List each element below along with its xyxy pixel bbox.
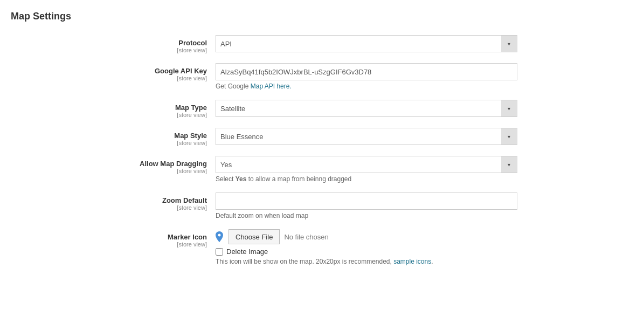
protocol-label: Protocol [11,39,207,47]
allow-dragging-hint-bold: Yes [236,175,247,183]
google-api-key-row: Google API Key [store view] Get Google M… [11,63,633,90]
map-style-row: Map Style [store view] Blue Essence Defa… [11,128,633,146]
marker-icon-store-view: [store view] [11,241,207,248]
marker-pin-icon [216,231,224,242]
google-api-key-hint: Get Google Map API here. [216,83,517,90]
protocol-store-view: [store view] [11,47,207,53]
delete-image-label: Delete Image [226,248,268,256]
zoom-default-label: Zoom Default [11,196,207,204]
map-style-label: Map Style [11,132,207,140]
no-file-text: No file chosen [284,233,328,241]
allow-dragging-select[interactable]: Yes No [216,156,517,173]
marker-icon-row: Marker Icon [store view] Choose File No … [11,229,633,265]
map-style-select[interactable]: Blue Essence Default Silver Dark [216,128,517,145]
allow-dragging-hint-suffix: to allow a map from beinng dragged [246,175,351,183]
marker-icon-label: Marker Icon [11,233,207,241]
map-type-select-wrapper: Satellite Roadmap Terrain Hybrid ▾ [216,100,517,117]
marker-icon-field-cell: Choose File No file chosen Delete Image … [216,229,517,265]
google-api-key-label-cell: Google API Key [store view] [11,63,216,81]
map-type-store-view: [store view] [11,112,207,118]
choose-file-button[interactable]: Choose File [228,229,280,244]
zoom-default-input[interactable] [216,193,517,210]
allow-dragging-hint: Select Yes to allow a map from beinng dr… [216,175,517,183]
google-api-key-label: Google API Key [11,67,207,75]
map-style-store-view: [store view] [11,140,207,146]
marker-icon-label-cell: Marker Icon [store view] [11,229,216,248]
google-api-key-input[interactable] [216,63,517,80]
allow-dragging-store-view: [store view] [11,168,207,174]
protocol-select-wrapper: API HTTPS ▾ [216,35,517,52]
sample-icons-link[interactable]: sample icons [393,258,431,265]
google-api-key-hint-prefix: Get Google [216,83,251,90]
allow-dragging-label-cell: Allow Map Dragging [store view] [11,156,216,174]
google-api-key-field-cell: Get Google Map API here. [216,63,517,90]
delete-image-row: Delete Image [216,248,517,256]
map-type-row: Map Type [store view] Satellite Roadmap … [11,100,633,118]
delete-image-checkbox[interactable] [216,248,223,256]
map-type-select[interactable]: Satellite Roadmap Terrain Hybrid [216,100,517,117]
page-title: Map Settings [11,11,633,22]
zoom-default-row: Zoom Default [store view] Default zoom o… [11,193,633,219]
map-type-label-cell: Map Type [store view] [11,100,216,118]
map-type-field-cell: Satellite Roadmap Terrain Hybrid ▾ [216,100,517,117]
protocol-select[interactable]: API HTTPS [216,35,517,52]
map-style-field-cell: Blue Essence Default Silver Dark ▾ [216,128,517,145]
allow-dragging-select-wrapper: Yes No ▾ [216,156,517,173]
map-api-link[interactable]: Map API here. [251,83,292,90]
zoom-default-hint: Default zoom on when load map [216,212,517,219]
protocol-label-cell: Protocol [store view] [11,35,216,53]
protocol-row: Protocol [store view] API HTTPS ▾ [11,35,633,53]
file-input-wrapper: Choose File No file chosen [216,229,517,244]
allow-dragging-label: Allow Map Dragging [11,160,207,168]
map-style-label-cell: Map Style [store view] [11,128,216,146]
zoom-default-store-view: [store view] [11,204,207,211]
allow-dragging-row: Allow Map Dragging [store view] Yes No ▾… [11,156,633,183]
allow-dragging-field-cell: Yes No ▾ Select Yes to allow a map from … [216,156,517,183]
protocol-field-cell: API HTTPS ▾ [216,35,517,52]
zoom-default-label-cell: Zoom Default [store view] [11,193,216,211]
map-type-label: Map Type [11,104,207,112]
google-api-key-store-view: [store view] [11,75,207,81]
zoom-default-field-cell: Default zoom on when load map [216,193,517,219]
marker-icon-hint-suffix: . [431,258,433,265]
allow-dragging-hint-prefix: Select [216,175,236,183]
marker-icon-hint: This icon will be show on the map. 20x20… [216,258,517,265]
marker-icon-hint-prefix: This icon will be show on the map. 20x20… [216,258,393,265]
map-style-select-wrapper: Blue Essence Default Silver Dark ▾ [216,128,517,145]
